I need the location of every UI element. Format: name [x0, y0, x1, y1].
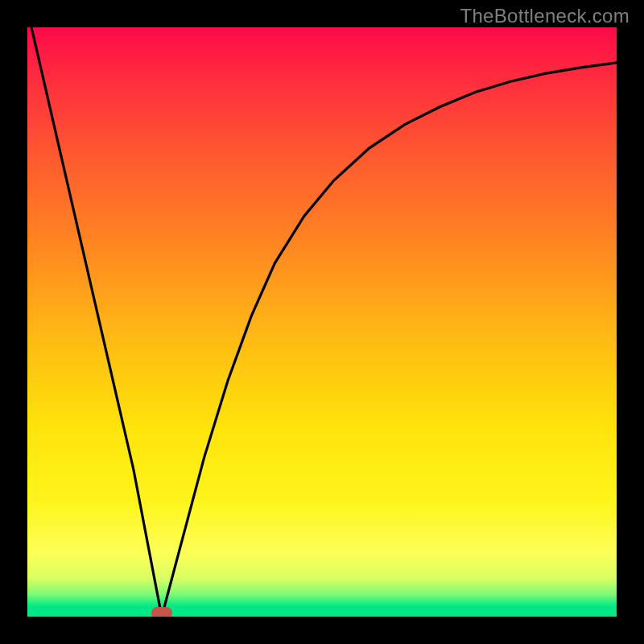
chart-frame: TheBottleneck.com [0, 0, 644, 644]
watermark-text: TheBottleneck.com [460, 5, 630, 27]
bottleneck-curve [27, 27, 617, 617]
curve-path [27, 27, 617, 617]
optimal-point-marker [151, 607, 172, 617]
plot-area [27, 27, 617, 617]
